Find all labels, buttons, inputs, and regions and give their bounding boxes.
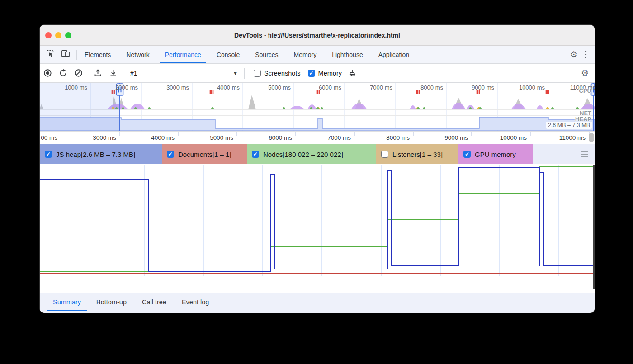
ruler-scrollbar-thumb[interactable] bbox=[589, 133, 594, 142]
cpu-lane-label: CPU bbox=[579, 87, 591, 94]
screenshots-checkbox[interactable] bbox=[254, 70, 261, 77]
tab-sources[interactable]: Sources bbox=[247, 46, 286, 63]
time-label: 00 ms bbox=[40, 132, 57, 144]
legend-chip[interactable]: Listeners[1 – 33] bbox=[376, 144, 458, 164]
tab-memory[interactable]: Memory bbox=[286, 46, 325, 63]
heap-area-chart bbox=[40, 117, 595, 130]
legend-checkbox[interactable]: ✓ bbox=[463, 151, 471, 158]
device-toolbar-icon[interactable] bbox=[61, 49, 70, 60]
time-label: 10000 ms bbox=[502, 84, 545, 91]
time-label: 8000 ms bbox=[367, 132, 410, 144]
load-profile-icon[interactable] bbox=[90, 66, 105, 80]
detail-tab-bottom-up[interactable]: Bottom-up bbox=[89, 293, 134, 311]
save-profile-icon[interactable] bbox=[105, 66, 121, 80]
devtools-window: DevTools - file:///Users/stmarthe/x-repl… bbox=[40, 25, 595, 313]
tab-network[interactable]: Network bbox=[118, 46, 157, 63]
time-label: 2000 ms bbox=[95, 84, 138, 91]
legend-filler bbox=[533, 144, 595, 164]
legend-label: Documents[1 – 1] bbox=[178, 151, 231, 158]
memory-counter-legend: ✓JS heap[2.6 MB – 7.3 MB]✓Documents[1 – … bbox=[40, 144, 595, 164]
time-label: 7000 ms bbox=[350, 84, 392, 91]
cpu-activity-green bbox=[115, 107, 579, 109]
legend-checkbox[interactable] bbox=[381, 151, 388, 158]
traffic-lights bbox=[45, 25, 71, 45]
tab-application[interactable]: Application bbox=[371, 46, 417, 63]
time-label: 3000 ms bbox=[73, 132, 116, 144]
screenshots-label: Screenshots bbox=[264, 70, 301, 77]
legend-label: GPU memory bbox=[475, 151, 516, 158]
clear-recording-button[interactable] bbox=[71, 66, 86, 80]
time-label: 6000 ms bbox=[298, 84, 341, 91]
window-title: DevTools - file:///Users/stmarthe/x-repl… bbox=[234, 32, 400, 39]
legend-label: Nodes[180 022 – 220 022] bbox=[263, 151, 343, 158]
legend-chip[interactable]: ✓Nodes[180 022 – 220 022] bbox=[247, 144, 376, 164]
close-window-button[interactable] bbox=[45, 32, 52, 38]
legend-checkbox[interactable]: ✓ bbox=[167, 151, 174, 158]
js-heap-series-line bbox=[40, 167, 594, 271]
legend-label: Listeners[1 – 33] bbox=[392, 151, 443, 158]
inspect-element-icon[interactable] bbox=[46, 49, 55, 60]
time-label: 6000 ms bbox=[249, 132, 292, 144]
cpu-activity-yellow bbox=[111, 107, 549, 109]
tab-lighthouse[interactable]: Lighthouse bbox=[324, 46, 371, 63]
legend-chip[interactable]: ✓JS heap[2.6 MB – 7.3 MB] bbox=[40, 144, 162, 164]
tab-elements[interactable]: Elements bbox=[77, 46, 118, 63]
detail-tab-bar: SummaryBottom-upCall treeEvent log bbox=[40, 293, 595, 311]
detail-tab-summary[interactable]: Summary bbox=[45, 293, 89, 311]
panel-tabs: ElementsNetworkPerformanceConsoleSources… bbox=[77, 46, 564, 63]
time-label: 7000 ms bbox=[308, 132, 351, 144]
tab-performance[interactable]: Performance bbox=[157, 46, 209, 63]
legend-chip[interactable]: ✓GPU memory bbox=[458, 144, 533, 164]
window-bottom-padding bbox=[40, 311, 595, 313]
time-label: 5000 ms bbox=[248, 84, 291, 91]
detail-tab-event-log[interactable]: Event log bbox=[174, 293, 217, 311]
history-dropdown-value: #1 bbox=[130, 70, 137, 77]
time-label: 1000 ms bbox=[44, 84, 87, 91]
memory-checkbox[interactable]: ✓ bbox=[308, 70, 315, 77]
legend-checkbox[interactable]: ✓ bbox=[45, 151, 52, 158]
time-label: 11000 ms bbox=[543, 132, 586, 144]
legend-label: JS heap[2.6 MB – 7.3 MB] bbox=[56, 151, 135, 158]
more-options-kebab-icon[interactable] bbox=[582, 49, 590, 60]
tab-console[interactable]: Console bbox=[209, 46, 247, 63]
screenshots-checkbox-row[interactable]: Screenshots bbox=[254, 70, 301, 77]
devtools-tab-bar: ElementsNetworkPerformanceConsoleSources… bbox=[40, 46, 595, 64]
settings-gear-icon[interactable]: ⚙ bbox=[570, 50, 577, 59]
time-label: 9000 ms bbox=[451, 84, 494, 91]
title-bar: DevTools - file:///Users/stmarthe/x-repl… bbox=[40, 25, 595, 46]
memory-checkbox-row[interactable]: ✓ Memory bbox=[308, 70, 342, 77]
reload-and-record-button[interactable] bbox=[55, 66, 71, 80]
legend-chip[interactable]: ✓Documents[1 – 1] bbox=[162, 144, 247, 164]
nodes-series-line bbox=[40, 167, 595, 272]
collect-garbage-icon[interactable] bbox=[345, 66, 360, 80]
cpu-activity-purple bbox=[107, 103, 595, 109]
capture-settings-gear-icon[interactable]: ⚙ bbox=[581, 69, 589, 77]
detail-tab-call-tree[interactable]: Call tree bbox=[134, 293, 174, 311]
legend-checkbox[interactable]: ✓ bbox=[252, 151, 259, 158]
memory-counters-chart[interactable] bbox=[40, 164, 595, 293]
performance-toolbar: #1 ▼ Screenshots ✓ Memory ⚙ bbox=[40, 64, 595, 83]
timeline-overview[interactable]: 1000 ms2000 ms3000 ms4000 ms5000 ms6000 … bbox=[40, 83, 595, 132]
time-label: 5000 ms bbox=[190, 132, 233, 144]
time-label: 4000 ms bbox=[132, 132, 175, 144]
time-label: 8000 ms bbox=[400, 84, 443, 91]
time-label: 3000 ms bbox=[146, 84, 189, 91]
memory-label: Memory bbox=[318, 70, 342, 77]
history-dropdown[interactable]: #1 ▼ bbox=[125, 66, 242, 80]
record-button[interactable] bbox=[40, 66, 55, 80]
minimize-window-button[interactable] bbox=[55, 32, 61, 38]
time-label: 10000 ms bbox=[484, 132, 527, 144]
time-label: 4000 ms bbox=[197, 84, 240, 91]
zoom-window-button[interactable] bbox=[65, 32, 71, 38]
time-label: 9000 ms bbox=[425, 132, 468, 144]
memory-time-ruler: 00 ms3000 ms4000 ms5000 ms6000 ms7000 ms… bbox=[40, 132, 595, 144]
heap-range-label: 2.6 MB – 7.3 MB bbox=[546, 122, 592, 129]
legend-menu-icon[interactable] bbox=[581, 151, 588, 157]
dropdown-caret-icon: ▼ bbox=[233, 71, 238, 76]
